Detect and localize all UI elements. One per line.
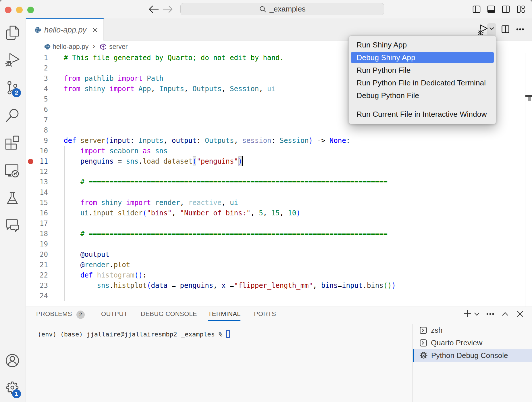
line-number: 13 bbox=[26, 177, 48, 187]
editor-toolbar bbox=[471, 22, 532, 37]
menu-item-run-python-file[interactable]: Run Python File bbox=[349, 64, 496, 76]
line-number: 23 bbox=[26, 280, 48, 291]
line-number: 19 bbox=[26, 239, 48, 249]
toggle-panel-icon[interactable] bbox=[487, 5, 495, 13]
close-panel-icon[interactable] bbox=[517, 311, 523, 317]
terminal-icon bbox=[420, 327, 427, 334]
line-number: 24 bbox=[26, 291, 48, 301]
line-number: 15 bbox=[26, 198, 48, 208]
activity-bar: 21 bbox=[0, 18, 26, 402]
line-number: 18 bbox=[26, 229, 48, 239]
debug-console-icon bbox=[419, 351, 428, 360]
code-line: 19 bbox=[26, 239, 525, 249]
activity-bar-extensions-icon[interactable] bbox=[5, 135, 20, 151]
overview-ruler-mark bbox=[525, 95, 532, 97]
split-editor-icon[interactable] bbox=[502, 25, 509, 33]
run-debug-dropdown-menu: Run Shiny AppDebug Shiny AppRun Python F… bbox=[348, 35, 496, 124]
code-line: 17 bbox=[26, 218, 525, 229]
terminal-cursor bbox=[226, 330, 230, 338]
breakpoint-dot[interactable] bbox=[28, 159, 33, 164]
activity-bar-remote-explorer-icon[interactable] bbox=[5, 164, 20, 180]
run-dropdown-chevron-icon[interactable] bbox=[489, 27, 494, 30]
customize-layout-icon[interactable] bbox=[516, 5, 525, 13]
go-forward-icon[interactable] bbox=[163, 5, 173, 13]
maximize-panel-icon[interactable] bbox=[502, 312, 508, 316]
code-line: 22 def histogram(): bbox=[26, 270, 525, 280]
zoom-window-button[interactable] bbox=[27, 7, 34, 13]
line-number: 8 bbox=[26, 125, 48, 135]
text-cursor bbox=[242, 156, 243, 166]
line-number: 14 bbox=[26, 187, 48, 198]
line-number: 9 bbox=[26, 135, 48, 146]
activity-bar-accounts-icon[interactable] bbox=[5, 353, 20, 369]
line-number: 10 bbox=[26, 146, 48, 156]
panel-more-actions-icon[interactable] bbox=[486, 313, 494, 315]
code-line: 18 # ===================================… bbox=[26, 229, 525, 239]
code-line: 20 @output bbox=[26, 249, 525, 260]
terminal-list-item-zsh[interactable]: zsh bbox=[413, 324, 532, 336]
code-line: 23 sns.histplot(data = penguins, x ="fli… bbox=[26, 280, 525, 291]
command-center-search[interactable]: _examples bbox=[180, 3, 384, 15]
tab-hello-app[interactable]: hello-app.py bbox=[26, 18, 104, 41]
terminal-list-item-python-debug-console[interactable]: Python Debug Console bbox=[413, 349, 532, 362]
code-line: 10 import seaborn as sns bbox=[26, 146, 525, 156]
code-line: 15 from shiny import render, reactive, u… bbox=[26, 198, 525, 208]
new-terminal-icon[interactable] bbox=[464, 310, 471, 317]
line-number: 5 bbox=[26, 94, 48, 104]
overview-ruler-mark bbox=[528, 97, 531, 101]
tab-label: hello-app.py bbox=[44, 26, 86, 35]
line-number: 2 bbox=[26, 63, 48, 73]
menu-item-run-shiny-app[interactable]: Run Shiny App bbox=[349, 39, 496, 51]
activity-bar-search-icon[interactable] bbox=[5, 108, 20, 124]
source-control-badge: 2 bbox=[12, 88, 21, 97]
breadcrumb-symbol[interactable]: server bbox=[109, 43, 128, 51]
breadcrumb-file[interactable]: hello-app.py bbox=[53, 43, 88, 51]
activity-bar-comments-icon[interactable] bbox=[5, 219, 20, 234]
activity-bar-testing-icon[interactable] bbox=[5, 191, 20, 206]
command-center-text: _examples bbox=[269, 5, 306, 14]
breadcrumb-separator: › bbox=[92, 42, 95, 51]
line-number: 20 bbox=[26, 249, 48, 260]
toggle-secondary-sidebar-icon[interactable] bbox=[502, 5, 510, 13]
code-line: 9def server(input: Inputs, output: Outpu… bbox=[26, 135, 525, 146]
line-number: 22 bbox=[26, 270, 48, 280]
code-line: 21 @render.plot bbox=[26, 260, 525, 270]
line-number: 7 bbox=[26, 115, 48, 125]
code-line: 11 penguins = sns.load_dataset("penguins… bbox=[26, 156, 525, 166]
vscode-window: _examples 21 h bbox=[0, 0, 532, 402]
line-number: 6 bbox=[26, 104, 48, 115]
code-line: 8 bbox=[26, 125, 525, 135]
close-window-button[interactable] bbox=[5, 7, 11, 13]
code-line: 14 bbox=[26, 187, 525, 198]
activity-bar-run-and-debug-icon[interactable] bbox=[5, 53, 20, 69]
minimize-window-button[interactable] bbox=[16, 7, 23, 13]
bottom-panel: PROBLEMS2OUTPUTDEBUG CONSOLETERMINALPORT… bbox=[26, 307, 532, 402]
python-file-icon bbox=[44, 43, 51, 50]
symbol-method-icon bbox=[100, 43, 107, 50]
line-number: 21 bbox=[26, 260, 48, 270]
code-line: 13 # ===================================… bbox=[26, 177, 525, 187]
line-number: 16 bbox=[26, 208, 48, 218]
python-file-icon bbox=[34, 26, 41, 34]
line-number: 1 bbox=[26, 53, 48, 63]
line-number: 4 bbox=[26, 84, 48, 94]
toggle-primary-sidebar-icon[interactable] bbox=[473, 5, 481, 13]
code-line: 12 bbox=[26, 166, 525, 177]
editor-right-strip bbox=[525, 53, 532, 307]
more-actions-icon[interactable] bbox=[516, 28, 524, 31]
go-back-icon[interactable] bbox=[149, 5, 159, 13]
menu-item-run-python-file-in-dedicated-terminal[interactable]: Run Python File in Dedicated Terminal bbox=[349, 76, 496, 89]
line-number: 3 bbox=[26, 73, 48, 84]
menu-separator bbox=[356, 105, 489, 105]
close-tab-icon[interactable] bbox=[93, 28, 98, 32]
menu-item-run-current-file-in-interactive-window[interactable]: Run Current File in Interactive Window bbox=[349, 108, 496, 120]
menu-item-debug-shiny-app[interactable]: Debug Shiny App bbox=[351, 52, 494, 63]
terminal-launch-chevron-icon[interactable] bbox=[474, 313, 479, 316]
line-number: 12 bbox=[26, 166, 48, 177]
title-bar: _examples bbox=[0, 0, 532, 18]
search-icon bbox=[259, 5, 267, 13]
terminal-prompt[interactable]: (env) (base) jjallaire@jjallairesmbp2 _e… bbox=[38, 330, 230, 338]
terminal-list-item-quarto-preview[interactable]: Quarto Preview bbox=[413, 336, 532, 349]
activity-bar-explorer-icon[interactable] bbox=[5, 26, 20, 41]
menu-item-debug-python-file[interactable]: Debug Python File bbox=[349, 89, 496, 102]
